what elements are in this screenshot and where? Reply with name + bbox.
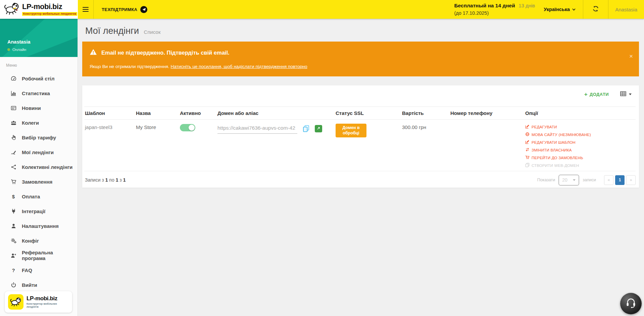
records-summary: Записи з 1 по 1 з 1 <box>84 177 126 183</box>
plan-days-left: 13 днів <box>518 3 535 8</box>
col-phone: Номер телефону <box>450 107 525 120</box>
sidebar-item-logout[interactable]: Вийти <box>0 277 78 292</box>
option-edit[interactable]: РЕДАГУВАТИ <box>525 124 633 129</box>
sidebar-item-news[interactable]: Новини <box>0 101 78 115</box>
refresh-icon <box>592 5 599 13</box>
close-icon[interactable]: × <box>629 53 633 59</box>
signature-icon <box>10 149 17 155</box>
plan-status[interactable]: Бесплатный на 14 дней 13 днів (до 17.10.… <box>454 2 535 17</box>
warning-icon <box>90 49 97 57</box>
sidebar-footer-logo[interactable]: LP-mobi.biz Конструктор мобільних лендін… <box>5 291 72 313</box>
headset-icon <box>625 297 637 310</box>
copy-domain-button[interactable] <box>303 125 309 132</box>
language-label: Українська <box>544 7 570 12</box>
sidebar-item-orders[interactable]: Замовлення <box>0 174 78 189</box>
sidebar-item-tariff[interactable]: Вибір тарифу <box>0 130 78 145</box>
cell-phone <box>450 120 525 171</box>
sidebar-item-referral[interactable]: Реферальна програма <box>0 248 78 263</box>
page-size-select[interactable]: 20 <box>558 175 579 186</box>
cell-ssl-status: Домен в обробці <box>335 120 401 171</box>
footer-logo-subtitle: Конструктор мобільних лендінгів <box>27 302 69 308</box>
current-page-button[interactable]: 1 <box>615 175 625 185</box>
domain-input[interactable] <box>217 124 297 134</box>
user-icon <box>10 223 17 229</box>
landings-table: Шаблон Назва Активно Домен або аліас Ста… <box>84 107 636 171</box>
sidebar-item-dashboard[interactable]: Робочий стіл <box>0 71 78 86</box>
sidebar-item-colleagues[interactable]: Колеги <box>0 115 78 130</box>
sidebar: Anastasia Онлайн Меню Робочий стіл Стати… <box>0 19 78 316</box>
plus-icon: + <box>584 91 588 97</box>
cell-name: My Store <box>135 120 179 171</box>
table-footer: Записи з 1 по 1 з 1 Показати 20 записи «… <box>84 172 636 188</box>
topbar-username[interactable]: Anastasia <box>608 0 644 19</box>
sidebar-item-config[interactable]: Конфіг <box>0 233 78 248</box>
col-name: Назва <box>135 107 179 120</box>
records-label: записи <box>583 178 596 182</box>
cell-options: РЕДАГУВАТИ МОВА САЙТУ (НЕЗМІНЮВАНЕ) РЕДА… <box>525 120 636 171</box>
option-go-to-orders[interactable]: ПЕРЕЙТИ ДО ЗАМОВЛЕНЬ <box>525 155 633 160</box>
user-plus-icon <box>10 253 17 258</box>
telegram-icon <box>140 6 147 13</box>
topbar: LP-mobi.biz Конструктор мобильных лендин… <box>0 0 644 19</box>
edit-icon <box>525 124 530 129</box>
sidebar-item-payment[interactable]: $ Оплата <box>0 189 78 204</box>
add-landing-button[interactable]: + ДОДАТИ <box>582 91 611 98</box>
tech-support-link[interactable]: ТЕХПІДТРИМКА <box>102 6 147 13</box>
sidebar-user-status: Онлайн <box>12 48 26 52</box>
chevron-down-icon <box>573 179 576 181</box>
col-ssl-status: Статус SSL <box>335 107 401 120</box>
dog-mascot-icon <box>8 294 23 310</box>
app-logo[interactable]: LP-mobi.biz Конструктор мобильных лендин… <box>0 0 78 19</box>
copy-icon <box>303 128 309 133</box>
col-price: Вартість <box>401 107 450 120</box>
sidebar-item-faq[interactable]: ? FAQ <box>0 263 78 277</box>
page-subtitle: Список <box>144 29 161 35</box>
support-chat-button[interactable] <box>620 293 642 314</box>
table-grid-icon <box>620 91 626 98</box>
cart-icon <box>525 155 530 160</box>
option-change-owner[interactable]: ЗМІНИТИ ВЛАСНИКА <box>525 147 633 152</box>
option-edit-template[interactable]: РЕДАГУВАТИ ШАБЛОН <box>525 140 633 145</box>
option-create-web-domain: СТВОРИТИ WEB-ДОМЕН <box>525 163 633 168</box>
sidebar-user-panel: Anastasia Онлайн <box>0 19 78 57</box>
edit-icon <box>525 140 530 145</box>
prev-page-button[interactable]: « <box>604 175 613 185</box>
ssl-status-badge: Домен в обробці <box>336 124 366 137</box>
chevron-down-icon <box>572 8 576 11</box>
col-template: Шаблон <box>84 107 135 120</box>
sidebar-toggle-button[interactable] <box>78 0 93 19</box>
columns-dropdown-button[interactable] <box>620 91 632 98</box>
table-header-row: Шаблон Назва Активно Домен або аліас Ста… <box>84 107 636 120</box>
exchange-icon <box>525 147 530 152</box>
power-icon <box>10 282 17 288</box>
sidebar-item-collective-landings[interactable]: Колективні лендінги <box>0 160 78 174</box>
resend-confirmation-link[interactable]: Натисніть це посилання, щоб надіслати пі… <box>171 64 307 69</box>
sidebar-item-my-landings[interactable]: Мої лендінги <box>0 145 78 160</box>
plan-title: Бесплатный на 14 дней <box>454 3 515 8</box>
divider <box>93 0 94 19</box>
share-icon <box>10 164 17 170</box>
warning-text: Якщо Ви не отримали підтвердження. <box>90 64 171 69</box>
language-selector[interactable]: Українська <box>544 7 576 12</box>
dashboard-icon <box>10 76 17 81</box>
sidebar-item-statistics[interactable]: Статистика <box>0 86 78 101</box>
option-site-language[interactable]: МОВА САЙТУ (НЕЗМІНЮВАНЕ) <box>525 132 633 137</box>
chevron-down-icon <box>629 93 632 95</box>
dog-mascot-icon <box>4 2 19 17</box>
logo-title: LP-mobi.biz <box>22 2 62 11</box>
cell-domain <box>217 120 335 171</box>
refresh-button[interactable] <box>583 0 608 19</box>
menu-section-label: Меню <box>0 57 78 68</box>
next-page-button[interactable]: » <box>626 175 636 185</box>
cart-icon <box>10 179 17 185</box>
active-toggle[interactable] <box>180 124 195 131</box>
show-label: Показати <box>537 178 555 182</box>
open-site-button[interactable] <box>315 125 322 132</box>
plan-expiry: (до 17.10.2025) <box>454 10 489 16</box>
sidebar-item-settings[interactable]: Налаштування <box>0 218 78 233</box>
cogs-icon <box>10 238 17 244</box>
hand-pointer-icon <box>10 135 17 140</box>
sidebar-item-integrations[interactable]: Інтеграції <box>0 204 78 218</box>
sidebar-user-name: Anastasia <box>7 39 78 45</box>
language-icon <box>525 132 530 137</box>
